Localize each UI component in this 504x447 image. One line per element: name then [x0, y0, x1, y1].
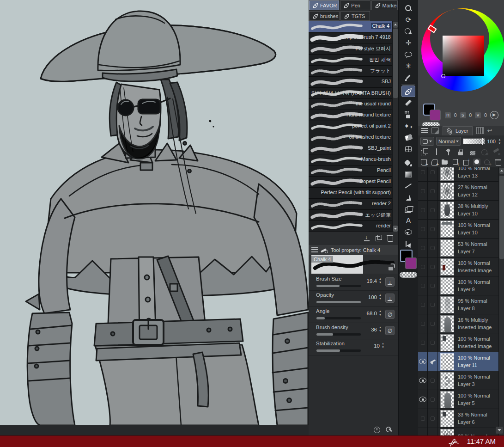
- tab-tgts[interactable]: TGTS: [340, 11, 370, 21]
- tab-favor[interactable]: FAVOR: [309, 0, 339, 10]
- brush-item[interactable]: PS style 브러시: [309, 43, 398, 55]
- layer-row[interactable]: 28 % Normal: [418, 428, 504, 435]
- brush-item[interactable]: Dopest Pencil: [309, 177, 398, 188]
- tool-balloon[interactable]: [401, 227, 415, 238]
- layer-thumbnail[interactable]: [440, 258, 454, 276]
- value-spinner[interactable]: ▴▾: [498, 138, 502, 145]
- edit-cell[interactable]: [428, 390, 437, 409]
- edit-cell[interactable]: [428, 333, 437, 352]
- layer-thumbnail[interactable]: [440, 410, 454, 427]
- panel-menu-icon[interactable]: [311, 247, 318, 252]
- layer-row[interactable]: 16 % MultiplyInserted Image: [418, 314, 504, 333]
- slider-value[interactable]: 36: [371, 327, 377, 332]
- brush-list-scrollbar[interactable]: [392, 21, 398, 232]
- delete-brush-icon[interactable]: [386, 234, 394, 242]
- slider-value[interactable]: 10: [374, 343, 380, 349]
- edit-cell[interactable]: [428, 295, 437, 314]
- brush-item[interactable]: 람타 채색 브러쉬 (RAMTA BRUSH): [309, 88, 398, 99]
- layer-thumbnail[interactable]: [440, 202, 454, 219]
- tool-pen-selected[interactable]: [401, 86, 415, 97]
- visibility-cell[interactable]: [418, 428, 428, 435]
- no-dynamics-button[interactable]: [385, 326, 395, 335]
- edit-cell[interactable]: [428, 167, 437, 181]
- layer-thumbnail[interactable]: [440, 277, 454, 294]
- layer-row[interactable]: 100 % NormalInserted Image: [418, 333, 504, 352]
- scrollbar-thumb[interactable]: [499, 176, 504, 259]
- edit-cell[interactable]: [428, 428, 437, 435]
- timeline-film-icon[interactable]: [476, 127, 484, 134]
- layer-name[interactable]: Layer 13: [458, 173, 490, 179]
- brush-item[interactable]: Sampled Brush 7 4918: [309, 32, 398, 43]
- layer-name[interactable]: Layer 12: [458, 192, 487, 198]
- tool-lasso[interactable]: [401, 49, 415, 60]
- new-folder-icon[interactable]: [442, 159, 449, 165]
- lock-layer-icon[interactable]: [457, 148, 464, 155]
- enable-mask-icon[interactable]: [481, 148, 488, 155]
- new-vector-layer-icon[interactable]: [431, 159, 438, 165]
- layer-name[interactable]: Inserted Image: [458, 268, 492, 274]
- layer-row[interactable]: 100 % NormalLayer 5: [418, 390, 504, 409]
- tool-correct-line[interactable]: [401, 238, 415, 250]
- slider-track[interactable]: [316, 285, 361, 287]
- canvas-area[interactable]: [0, 0, 309, 425]
- layer-row[interactable]: 100 % NormalInserted Image: [418, 257, 504, 276]
- page-icon[interactable]: [431, 127, 439, 134]
- tool-airbrush[interactable]: [401, 109, 415, 120]
- edit-cell[interactable]: [428, 182, 437, 200]
- edit-cell[interactable]: [428, 409, 437, 428]
- tool-marker[interactable]: [401, 97, 415, 109]
- layer-row[interactable]: 100 % NormalLayer 9: [418, 276, 504, 295]
- slider-track[interactable]: [316, 333, 361, 336]
- tool-zoom[interactable]: [401, 2, 415, 14]
- brush-item[interactable]: SBJ: [309, 77, 398, 88]
- layer-thumbnail[interactable]: [440, 334, 454, 351]
- edit-cell[interactable]: [428, 371, 437, 390]
- brush-item-selected[interactable]: Chalk 4: [309, 21, 398, 32]
- visibility-cell[interactable]: [418, 257, 428, 276]
- visibility-cell[interactable]: [418, 390, 428, 409]
- visibility-eye-icon[interactable]: [419, 359, 426, 364]
- layer-list-scrollbar[interactable]: [498, 167, 504, 435]
- edit-cell[interactable]: [428, 201, 437, 219]
- delete-layer-icon[interactable]: [494, 159, 502, 165]
- brush-item[interactable]: 필압 채색: [309, 55, 398, 66]
- layer-thumbnail[interactable]: [440, 372, 454, 389]
- palette-color-dropdown[interactable]: [420, 137, 434, 146]
- tool-eraser[interactable]: [401, 132, 415, 143]
- brush-item[interactable]: エッジ鉛筆: [309, 210, 398, 221]
- layer-thumbnail[interactable]: [440, 220, 454, 238]
- slider-track[interactable]: [316, 317, 361, 319]
- undo-icon[interactable]: ↩: [487, 127, 492, 134]
- edit-cell[interactable]: [428, 276, 437, 295]
- visibility-cell[interactable]: [418, 352, 428, 371]
- slider-value[interactable]: 68.0: [367, 311, 377, 316]
- tool-move[interactable]: ✛: [401, 37, 415, 49]
- brush-item[interactable]: oil brushed texture: [309, 132, 398, 143]
- tool-eyedropper[interactable]: [401, 72, 415, 83]
- layer-row[interactable]: 100 % NormalLayer 13: [418, 167, 504, 182]
- tab-brushes[interactable]: brushes: [309, 11, 340, 21]
- history-clock-icon[interactable]: [373, 426, 381, 434]
- saturation-value-square[interactable]: [443, 36, 484, 76]
- layer-name[interactable]: Layer 5: [458, 400, 490, 406]
- tool-shape[interactable]: [401, 192, 415, 203]
- tool-decoration[interactable]: ✦✦: [401, 120, 415, 132]
- brush-preview[interactable]: Chalk 4: [309, 255, 398, 274]
- brush-item[interactable]: Mancu-brush: [309, 154, 398, 165]
- panel-menu-icon[interactable]: [421, 128, 428, 133]
- tool-operation[interactable]: [401, 25, 415, 37]
- merge-to-lower-layer-icon[interactable]: [463, 159, 470, 165]
- visibility-cell[interactable]: [418, 314, 428, 333]
- layer-thumbnail[interactable]: [440, 353, 454, 370]
- edit-cell[interactable]: [428, 239, 437, 257]
- tool-text[interactable]: A: [401, 215, 415, 227]
- scroll-down-arrow-icon[interactable]: [393, 226, 398, 232]
- draft-layer-icon[interactable]: [445, 148, 452, 155]
- reference-layer-icon[interactable]: [433, 148, 440, 155]
- play-button-icon[interactable]: ▶: [490, 111, 498, 119]
- layer-row[interactable]: 95 % NormalLayer 8: [418, 295, 504, 314]
- value-spinner[interactable]: ▴▾: [378, 309, 383, 317]
- scroll-up-arrow-icon[interactable]: [499, 168, 504, 174]
- layer-thumbnail[interactable]: [440, 239, 454, 257]
- layer-row[interactable]: 53 % NormalLayer 7: [418, 239, 504, 257]
